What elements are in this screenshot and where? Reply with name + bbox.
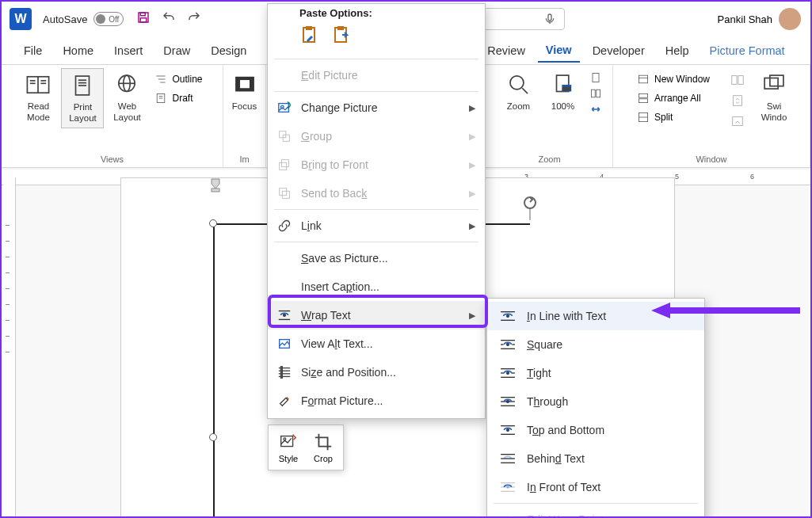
crop-button[interactable]: Crop (308, 430, 338, 465)
svg-point-102 (284, 438, 286, 440)
read-mode-button[interactable]: Read Mode (17, 68, 59, 127)
svg-rect-43 (764, 78, 778, 90)
wrap-through[interactable]: Through (487, 387, 704, 416)
svg-rect-48 (212, 189, 219, 192)
tab-picture-format[interactable]: Picture Format (702, 40, 793, 62)
svg-rect-101 (281, 436, 293, 447)
indent-marker-icon[interactable] (210, 177, 221, 196)
svg-rect-59 (280, 189, 287, 196)
svg-point-82 (507, 372, 509, 375)
svg-point-89 (507, 429, 509, 432)
svg-rect-30 (593, 73, 599, 82)
svg-point-96 (507, 486, 509, 489)
mini-toolbar: Style Crop (268, 425, 344, 470)
rotation-handle-icon[interactable] (520, 196, 539, 223)
web-layout-button[interactable]: Web Layout (105, 68, 148, 127)
ctx-wrap-text[interactable]: Wrap Text▶ (268, 301, 485, 329)
svg-line-26 (522, 88, 528, 93)
arrange-all-button[interactable]: Arrange All (632, 90, 715, 106)
svg-rect-3 (548, 14, 551, 21)
ctx-send-back: Send to Back▶ (268, 179, 485, 208)
undo-icon[interactable] (162, 10, 176, 28)
svg-rect-32 (596, 90, 600, 97)
side-by-side-icon (730, 73, 745, 87)
vertical-ruler[interactable] (3, 177, 16, 516)
multi-page-icon[interactable] (589, 87, 602, 100)
page-fit-icon[interactable] (589, 103, 602, 116)
page-width-icon[interactable] (589, 71, 602, 84)
svg-rect-41 (734, 96, 742, 106)
annotation-arrow-icon (651, 301, 802, 328)
tab-insert[interactable]: Insert (106, 40, 151, 62)
ctx-view-alt-text[interactable]: View Alt Text... (268, 329, 485, 358)
tab-home[interactable]: Home (55, 40, 101, 62)
microphone-icon (543, 13, 556, 25)
print-layout-button[interactable]: Print Layout (61, 68, 104, 128)
svg-text:100: 100 (562, 86, 571, 91)
svg-rect-36 (639, 99, 647, 103)
svg-rect-24 (240, 80, 250, 88)
svg-point-86 (507, 401, 509, 403)
user-name: Pankil Shah (718, 13, 772, 25)
tab-help[interactable]: Help (658, 40, 697, 62)
autosave-label: AutoSave (43, 13, 87, 25)
svg-rect-50 (306, 26, 312, 30)
wrap-text-submenu: In Line with Text Square Tight Through T… (486, 298, 705, 518)
split-button[interactable]: Split (632, 109, 715, 125)
ctx-link[interactable]: Link▶ (268, 211, 485, 240)
svg-rect-35 (639, 93, 647, 97)
views-group-label: Views (101, 154, 124, 167)
svg-rect-57 (281, 160, 288, 167)
tab-file[interactable]: File (16, 40, 50, 62)
svg-rect-39 (732, 76, 737, 85)
tab-view[interactable]: View (538, 39, 580, 63)
wrap-square[interactable]: Square (487, 330, 704, 359)
draft-button[interactable]: Draft (150, 90, 207, 106)
tab-review[interactable]: Review (479, 40, 533, 62)
save-icon[interactable] (136, 10, 151, 28)
tab-developer[interactable]: Developer (585, 40, 653, 62)
context-menu: Paste Options: Edit Picture Change Pictu… (267, 3, 486, 419)
switch-windows-button[interactable]: Swi Windo (753, 68, 795, 127)
svg-marker-100 (651, 303, 800, 318)
ctx-size-position[interactable]: Size and Position... (268, 358, 485, 387)
svg-rect-2 (141, 18, 147, 22)
style-button[interactable]: Style (273, 430, 303, 465)
reset-window-icon (730, 114, 745, 128)
new-window-button[interactable]: New Window (632, 71, 715, 87)
svg-point-25 (509, 76, 523, 90)
svg-rect-40 (738, 76, 743, 85)
svg-marker-47 (212, 179, 219, 189)
zoom-button[interactable]: Zoom (497, 68, 540, 116)
focus-button[interactable]: Focus (223, 68, 266, 116)
user-account[interactable]: Pankil Shah (718, 8, 801, 30)
sync-scroll-icon (730, 93, 745, 108)
svg-rect-44 (770, 75, 783, 86)
ctx-format-picture[interactable]: Format Picture... (268, 387, 485, 415)
svg-rect-69 (281, 367, 283, 378)
autosave-toggle[interactable]: AutoSave Off (43, 12, 124, 26)
svg-point-63 (284, 314, 286, 317)
tab-draw[interactable]: Draw (155, 40, 198, 62)
wrap-edit-points: Edit Wrap Points (487, 505, 704, 518)
svg-rect-31 (591, 90, 595, 97)
paste-picture-icon[interactable] (331, 25, 352, 49)
svg-point-45 (524, 197, 536, 208)
svg-rect-52 (337, 26, 344, 30)
paste-options-header: Paste Options: (268, 7, 485, 24)
ctx-change-picture[interactable]: Change Picture▶ (268, 93, 485, 122)
paste-keep-formatting-icon[interactable] (299, 25, 320, 49)
wrap-tight[interactable]: Tight (487, 359, 704, 387)
outline-button[interactable]: Outline (150, 71, 207, 87)
word-app-icon: W (10, 8, 32, 30)
wrap-top-bottom[interactable]: Top and Bottom (487, 416, 704, 444)
wrap-behind-text[interactable]: Behind Text (487, 444, 704, 473)
wrap-in-front-text[interactable]: In Front of Text (487, 473, 704, 501)
ctx-insert-caption[interactable]: Insert Caption... (268, 272, 485, 301)
zoom-100-button[interactable]: 100100% (542, 68, 585, 116)
svg-rect-58 (280, 162, 287, 169)
svg-rect-1 (141, 13, 146, 16)
ctx-save-as-picture[interactable]: Save as Picture... (268, 244, 485, 272)
tab-design[interactable]: Design (203, 40, 254, 62)
redo-icon[interactable] (187, 10, 201, 28)
